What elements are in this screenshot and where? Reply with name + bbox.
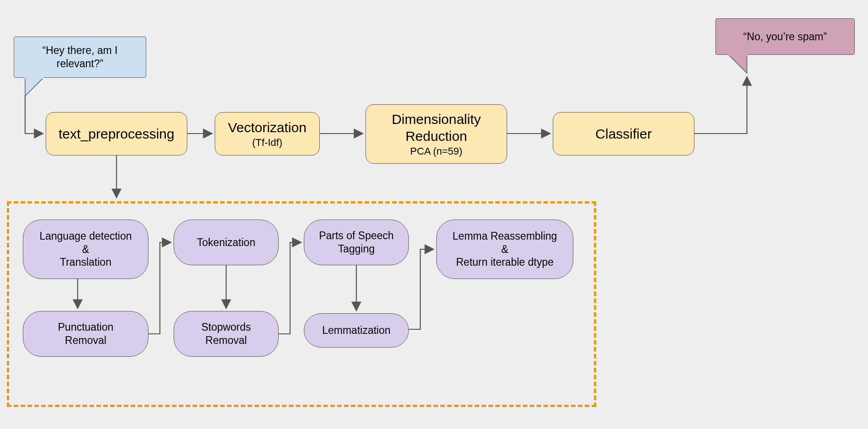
node-punct-removal: Punctuation Removal — [23, 311, 148, 357]
label-vectorization-sub: (Tf-Idf) — [252, 136, 282, 149]
label-punct-removal: Punctuation Removal — [23, 321, 148, 347]
node-pos-tagging: Parts of Speech Tagging — [304, 220, 409, 265]
input-speech-bubble: “Hey there, am I relevant?” — [14, 37, 146, 78]
output-speech-tail — [729, 55, 747, 73]
node-reassemble: Lemma Reassembling & Return iterable dty… — [436, 220, 573, 279]
label-lang-detect: Language detection & Translation — [39, 230, 132, 269]
arrow-input-to-preproc — [25, 96, 42, 134]
input-speech-text: “Hey there, am I relevant?” — [14, 44, 146, 70]
input-speech-tail — [25, 78, 43, 96]
label-lemmatization: Lemmatization — [322, 324, 391, 337]
arrow-classifier-to-output — [694, 78, 747, 134]
node-dimred: Dimensionality Reduction PCA (n=59) — [365, 104, 507, 164]
label-reassemble: Lemma Reassembling & Return iterable dty… — [448, 230, 562, 269]
node-classifier: Classifier — [553, 112, 694, 156]
node-vectorization: Vectorization (Tf-Idf) — [215, 112, 320, 156]
label-dimred-title: Dimensionality Reduction — [366, 111, 507, 145]
label-text-preprocessing: text_preprocessing — [58, 125, 174, 143]
label-vectorization-title: Vectorization — [228, 119, 307, 136]
label-dimred-sub: PCA (n=59) — [410, 145, 462, 158]
label-tokenization: Tokenization — [197, 236, 255, 249]
node-lang-detect: Language detection & Translation — [23, 220, 148, 279]
output-speech-text: “No, you’re spam” — [743, 30, 827, 43]
label-pos-tagging: Parts of Speech Tagging — [304, 229, 408, 256]
node-tokenization: Tokenization — [174, 220, 279, 265]
label-classifier: Classifier — [595, 125, 651, 143]
output-speech-bubble: “No, you’re spam” — [715, 18, 855, 55]
label-stopwords: Stopwords Removal — [174, 321, 278, 347]
node-text-preprocessing: text_preprocessing — [46, 112, 187, 156]
node-stopwords: Stopwords Removal — [174, 311, 279, 357]
node-lemmatization: Lemmatization — [304, 313, 409, 348]
